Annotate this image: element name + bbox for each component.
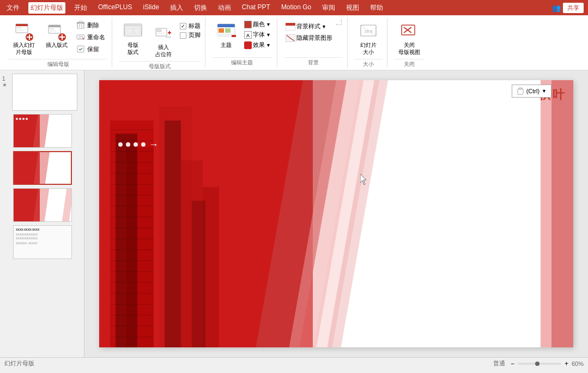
zoom-in-button[interactable]: + xyxy=(563,360,569,368)
svg-rect-10 xyxy=(50,31,56,32)
tab-insert[interactable]: 插入 xyxy=(168,2,185,14)
cursor-icon xyxy=(360,174,369,185)
tab-slidemaster[interactable]: 幻灯片母版 xyxy=(28,2,65,14)
size-group-label: 大小 xyxy=(354,59,383,69)
paste-indicator[interactable]: (Ctrl) ▼ xyxy=(512,85,551,98)
bg-style-label: 背景样式 xyxy=(296,22,320,31)
rename-icon xyxy=(76,33,85,41)
share-icon: 👥 xyxy=(552,4,561,12)
ribbon: 插入幻灯片母版 插入 xyxy=(0,15,588,70)
delete-button[interactable]: 删除 xyxy=(74,20,107,31)
tab-switch[interactable]: 切换 xyxy=(192,2,209,14)
svg-rect-32 xyxy=(219,28,224,33)
master-layout-label: 母版版式 xyxy=(128,41,138,56)
hide-bg-label: 隐藏背景图形 xyxy=(296,34,332,42)
master-layout-icon xyxy=(123,22,143,41)
tab-officeplus[interactable]: OfficePLUS xyxy=(96,2,134,14)
title-check[interactable]: 标题 xyxy=(180,22,201,30)
svg-rect-37 xyxy=(286,23,295,26)
insert-master-icon xyxy=(14,22,34,41)
cursor xyxy=(360,174,369,185)
color-dropdown-icon: ▼ xyxy=(266,22,271,27)
background-btns: 背景样式 ▼ 隐藏背景图形 xyxy=(284,20,334,43)
font-swatch: A xyxy=(244,31,252,39)
title-checkbox[interactable] xyxy=(180,23,186,29)
slide-img-4[interactable] xyxy=(13,188,72,222)
slide-star-1: ★ xyxy=(2,82,7,88)
close-master-label: 关闭母版视图 xyxy=(398,41,420,56)
svg-rect-46 xyxy=(518,89,523,94)
effect-row[interactable]: 效果 ▼ xyxy=(243,40,272,50)
close-master-button[interactable]: 关闭母版视图 xyxy=(394,20,425,58)
svg-rect-33 xyxy=(225,28,231,33)
hide-bg-row[interactable]: 隐藏背景图形 xyxy=(284,33,334,43)
insert-layout-label: 插入版式 xyxy=(46,41,68,49)
delete-icon xyxy=(76,21,85,29)
svg-rect-28 xyxy=(157,29,161,32)
font-row[interactable]: A 字体 ▼ xyxy=(243,30,272,39)
dot-4 xyxy=(141,142,146,147)
slide-thumb-1: 1 ★ xyxy=(2,74,82,111)
background-group-label: 背景 xyxy=(284,57,343,68)
tab-motiongo[interactable]: Motion Go xyxy=(279,2,313,14)
preserve-button[interactable]: 保留 xyxy=(74,44,107,55)
expand-icon xyxy=(336,20,342,25)
bg-style-row[interactable]: 背景样式 ▼ xyxy=(284,22,334,31)
slide-num-1: 1 xyxy=(2,76,10,82)
zoom-slider-track[interactable] xyxy=(518,363,561,365)
theme-button[interactable]: 主题 xyxy=(212,20,240,51)
effect-dropdown-icon: ▼ xyxy=(266,43,271,48)
footer-checkbox[interactable] xyxy=(180,32,186,39)
ribbon-group-size: 16:9 幻灯片大小 大小 xyxy=(350,17,387,68)
paste-dropdown-icon: ▼ xyxy=(542,88,547,94)
slide-size-button[interactable]: 16:9 幻灯片大小 xyxy=(354,20,383,58)
master-layout-button[interactable]: 母版版式 xyxy=(119,20,147,58)
footer-check[interactable]: 页脚 xyxy=(180,31,201,39)
tab-file[interactable]: 文件 xyxy=(4,2,22,14)
status-slide-info: 幻灯片母版 xyxy=(4,359,34,368)
slide-size-icon: 16:9 xyxy=(359,22,378,41)
close-master-icon xyxy=(399,22,419,41)
font-dropdown-icon: ▼ xyxy=(266,32,271,38)
paste-box[interactable]: (Ctrl) ▼ xyxy=(512,85,551,98)
share-button[interactable]: 共享 xyxy=(563,3,584,13)
insert-slide-master-button[interactable]: 插入幻灯片母版 xyxy=(9,20,39,58)
insert-placeholder-button[interactable]: 插入占位符 xyxy=(149,22,178,60)
svg-rect-14 xyxy=(77,23,84,28)
svg-rect-47 xyxy=(519,88,522,89)
svg-rect-2 xyxy=(17,27,21,28)
slide-panel: 1 ★ xyxy=(0,70,84,357)
ribbon-group-edit-master-inner: 插入幻灯片母版 插入 xyxy=(9,17,107,58)
slide-canvas[interactable]: → 秋叶 (Ctrl) ▼ xyxy=(99,80,573,347)
tab-view[interactable]: 视图 xyxy=(344,2,361,14)
arrow-right: → xyxy=(149,139,159,151)
slide-img-5[interactable]: XXXX-XXXX-XXXX XXXXXXXXXXXX XXXXXXXXXXXX… xyxy=(13,225,72,259)
tab-islide[interactable]: iSlide xyxy=(141,2,161,14)
slide-img-1[interactable] xyxy=(12,74,77,111)
effect-swatch xyxy=(244,41,252,49)
color-row[interactable]: 颜色 ▼ xyxy=(243,20,272,29)
tab-chatppt[interactable]: Chat PPT xyxy=(240,2,272,14)
zoom-controls: − + 60% xyxy=(510,360,584,368)
svg-rect-8 xyxy=(49,25,60,27)
tab-help[interactable]: 帮助 xyxy=(368,2,385,14)
zoom-slider-thumb[interactable] xyxy=(535,362,539,366)
slide-img-3[interactable] xyxy=(13,151,72,185)
ribbon-group-background-inner: 背景样式 ▼ 隐藏背景图形 xyxy=(284,17,343,56)
tab-home[interactable]: 开始 xyxy=(72,2,89,14)
color-swatch xyxy=(244,21,252,28)
svg-rect-24 xyxy=(124,24,142,27)
tab-review[interactable]: 审阅 xyxy=(320,2,337,14)
slide-img-2[interactable] xyxy=(13,114,72,148)
background-expander[interactable] xyxy=(336,20,343,25)
slide-thumb-3 xyxy=(2,151,82,185)
zoom-out-button[interactable]: − xyxy=(510,360,516,368)
tab-animation[interactable]: 动画 xyxy=(216,2,233,14)
rename-button[interactable]: 重命名 xyxy=(74,32,107,43)
svg-rect-29 xyxy=(157,33,165,34)
slide-size-label: 幻灯片大小 xyxy=(360,41,377,56)
insert-layout-icon xyxy=(47,22,66,41)
ribbon-group-edit-theme-inner: 主题 颜色 ▼ A 字体 ▼ 效果 xyxy=(212,17,272,56)
insert-layout-button[interactable]: 插入版式 xyxy=(41,20,72,51)
edit-master-group-label: 编辑母版 xyxy=(9,59,107,69)
